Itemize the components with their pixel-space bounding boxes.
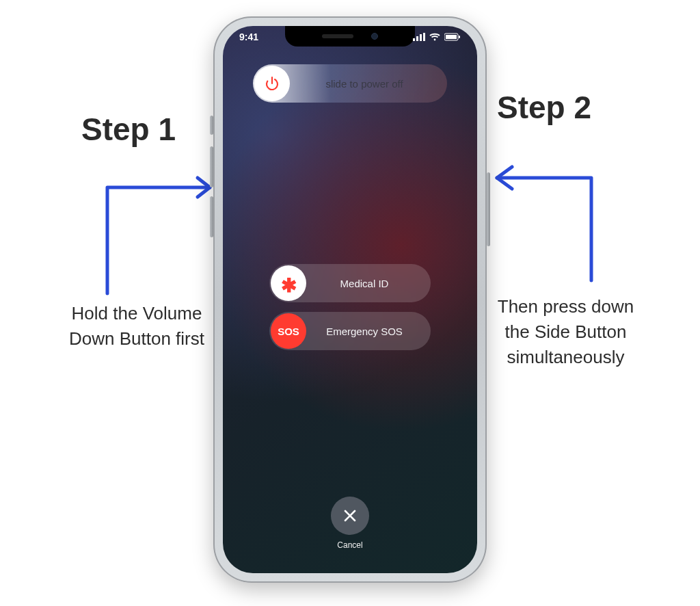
svg-rect-0 [413, 38, 415, 41]
medical-id-slider[interactable]: ✱ Medical ID [269, 264, 431, 302]
status-time: 9:41 [239, 31, 258, 42]
volume-down-button[interactable] [210, 196, 213, 237]
cancel-label: Cancel [331, 540, 369, 550]
emergency-sos-slider[interactable]: SOS Emergency SOS [269, 312, 431, 350]
cancel-group: Cancel [331, 497, 369, 550]
asterisk-icon: ✱ [281, 276, 297, 295]
battery-icon [444, 33, 461, 41]
volume-up-button[interactable] [210, 146, 213, 187]
status-bar: 9:41 [223, 31, 477, 42]
step2-arrow [489, 137, 605, 287]
wifi-icon [429, 33, 440, 41]
step1-arrow [100, 160, 224, 297]
sos-knob[interactable]: SOS [271, 313, 306, 349]
svg-rect-1 [416, 36, 418, 41]
svg-rect-3 [423, 33, 425, 41]
step2-title: Step 2 [497, 89, 591, 126]
power-icon [264, 75, 280, 92]
medical-id-label: Medical ID [308, 278, 431, 289]
svg-rect-7 [459, 36, 460, 38]
sos-label: Emergency SOS [308, 326, 431, 337]
power-off-label: slide to power off [291, 78, 447, 90]
phone-screen: 9:41 slide to power off ✱ Medical ID [223, 26, 477, 573]
medical-id-knob[interactable]: ✱ [271, 265, 306, 301]
side-button[interactable] [487, 172, 490, 246]
signal-icon [413, 33, 425, 41]
svg-point-4 [434, 39, 436, 41]
silent-switch[interactable] [210, 116, 213, 135]
power-off-knob[interactable] [254, 66, 290, 101]
power-off-slider[interactable]: slide to power off [253, 64, 447, 103]
svg-rect-6 [446, 35, 457, 39]
step2-description: Then press down the Side Button simultan… [489, 294, 643, 370]
close-icon [343, 509, 357, 523]
svg-rect-2 [420, 34, 422, 41]
iphone-mockup: 9:41 slide to power off ✱ Medical ID [213, 16, 487, 583]
step1-title: Step 1 [81, 111, 176, 148]
step1-description: Hold the Volume Down Button first [68, 301, 205, 352]
cancel-button[interactable] [331, 497, 369, 535]
